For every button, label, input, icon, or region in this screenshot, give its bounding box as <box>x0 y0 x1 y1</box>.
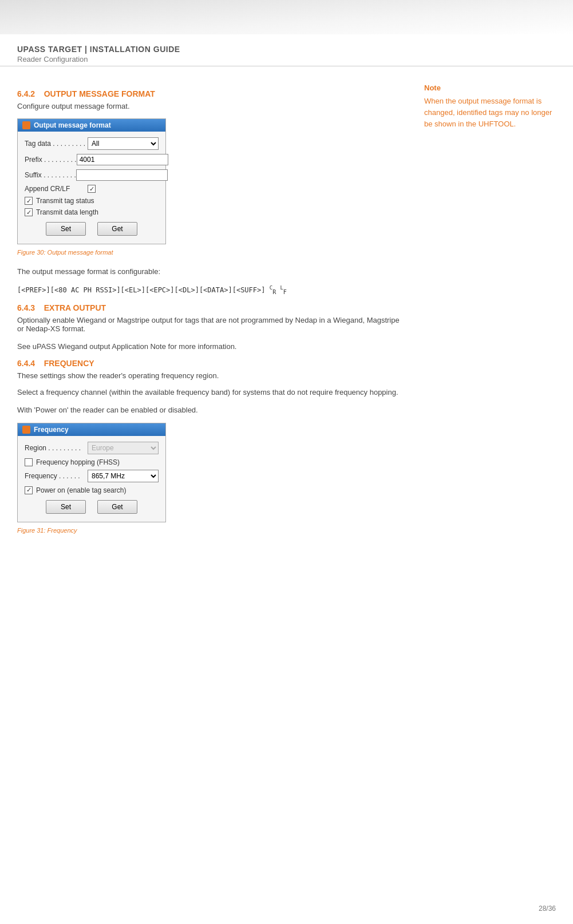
section-644-description2: Select a frequency channel (within the a… <box>17 388 401 396</box>
dialog-icon <box>22 121 30 129</box>
transmit-tag-status-checkbox[interactable] <box>25 197 33 205</box>
prefix-input[interactable] <box>77 154 168 165</box>
figure-31-caption: Figure 31: Frequency <box>17 527 401 534</box>
section-642-heading: 6.4.2 OUTPUT MESSAGE FORMAT <box>17 89 401 98</box>
tag-data-label: Tag data . . . . . . . . . <box>25 140 88 148</box>
output-format-para1-text: The output message format is configurabl… <box>17 267 160 276</box>
page-subtitle: Reader Configuration <box>17 55 556 64</box>
frequency-dialog: Frequency Region . . . . . . . . . Europ… <box>17 423 166 522</box>
freq-hopping-row: Frequency hopping (FHSS) <box>25 458 159 466</box>
output-format-para1: The output message format is configurabl… <box>17 266 401 277</box>
section-644-heading: 6.4.4 FREQUENCY <box>17 359 401 368</box>
note-text: When the output message format is change… <box>424 96 556 130</box>
frequency-set-button[interactable]: Set <box>46 500 86 514</box>
section-644-number: 6.4.4 <box>17 359 35 368</box>
sidebar-note: Note When the output message format is c… <box>424 84 556 544</box>
append-crlf-row: Append CR/LF <box>25 185 159 193</box>
output-dialog-titlebar: Output message format <box>18 119 165 132</box>
frequency-label: Frequency . . . . . . <box>25 472 88 480</box>
prefix-row: Prefix . . . . . . . . . <box>25 154 159 165</box>
output-format-code-line: [<PREF>][<80 AC PH RSSI>][<EL>][<EPC>][<… <box>17 284 401 296</box>
append-crlf-label: Append CR/LF <box>25 185 88 193</box>
page-container: UPASS TARGET | INSTALLATION GUIDE Reader… <box>0 0 573 924</box>
frequency-dialog-buttons: Set Get <box>25 500 159 516</box>
section-642-description: Configure output message format. <box>17 102 401 110</box>
section-642-title: OUTPUT MESSAGE FORMAT <box>44 89 155 98</box>
top-decorative-bar <box>0 0 573 34</box>
extra-output-para: See uPASS Wiegand output Application Not… <box>17 341 401 352</box>
freq-hopping-checkbox[interactable] <box>25 458 33 466</box>
region-select: Europe <box>88 442 159 454</box>
frequency-dialog-title: Frequency <box>34 426 69 434</box>
frequency-dialog-titlebar: Frequency <box>18 423 165 436</box>
section-642-number: 6.4.2 <box>17 89 35 98</box>
prefix-label: Prefix . . . . . . . . . <box>25 156 77 164</box>
frequency-row: Frequency . . . . . . 865,7 MHz <box>25 470 159 482</box>
region-label: Region . . . . . . . . . <box>25 444 88 452</box>
suffix-row: Suffix . . . . . . . . . <box>25 169 159 181</box>
output-message-dialog: Output message format Tag data . . . . .… <box>17 118 166 244</box>
append-crlf-checkbox[interactable] <box>88 185 96 193</box>
transmit-tag-status-row: Transmit tag status <box>25 197 159 205</box>
power-on-row: Power on (enable tag search) <box>25 486 159 494</box>
page-header: UPASS TARGET | INSTALLATION GUIDE Reader… <box>0 34 573 66</box>
frequency-dialog-icon <box>22 426 30 434</box>
content-area: 6.4.2 OUTPUT MESSAGE FORMAT Configure ou… <box>0 66 573 561</box>
frequency-get-button[interactable]: Get <box>97 500 137 514</box>
transmit-data-length-checkbox[interactable] <box>25 208 33 216</box>
note-label: Note <box>424 84 556 92</box>
page-title: UPASS TARGET | INSTALLATION GUIDE <box>17 45 556 54</box>
frequency-dialog-body: Region . . . . . . . . . Europe Frequenc… <box>18 436 165 522</box>
freq-hopping-label: Frequency hopping (FHSS) <box>36 458 120 466</box>
output-dialog-body: Tag data . . . . . . . . . All Prefix . … <box>18 132 165 244</box>
frequency-select[interactable]: 865,7 MHz <box>88 470 159 482</box>
suffix-label: Suffix . . . . . . . . . <box>25 171 76 179</box>
region-row: Region . . . . . . . . . Europe <box>25 442 159 454</box>
section-643-title: EXTRA OUTPUT <box>44 303 106 312</box>
section-644-description1: These settings show the reader's operati… <box>17 371 401 380</box>
output-set-button[interactable]: Set <box>46 222 86 236</box>
tag-data-select[interactable]: All <box>88 137 159 150</box>
output-dialog-buttons: Set Get <box>25 222 159 238</box>
format-code: [<PREF>][<80 AC PH RSSI>][<EL>][<EPC>][<… <box>17 286 287 294</box>
figure-30-caption: Figure 30: Output message format <box>17 249 401 256</box>
output-get-button[interactable]: Get <box>97 222 137 236</box>
section-643-heading: 6.4.3 EXTRA OUTPUT <box>17 303 401 312</box>
power-on-checkbox[interactable] <box>25 486 33 494</box>
output-dialog-title: Output message format <box>34 121 111 129</box>
frequency-para3: With 'Power on' the reader can be enable… <box>17 405 401 416</box>
transmit-tag-status-label: Transmit tag status <box>36 197 94 205</box>
tag-data-row: Tag data . . . . . . . . . All <box>25 137 159 150</box>
suffix-input[interactable] <box>76 169 168 181</box>
transmit-data-length-row: Transmit data length <box>25 208 159 216</box>
section-643-description: Optionally enable Wiegand or Magstripe o… <box>17 316 401 333</box>
section-644-title: FREQUENCY <box>44 359 94 368</box>
main-content: 6.4.2 OUTPUT MESSAGE FORMAT Configure ou… <box>17 84 424 544</box>
page-number: 28/36 <box>539 905 556 913</box>
section-643-number: 6.4.3 <box>17 303 35 312</box>
transmit-data-length-label: Transmit data length <box>36 208 98 216</box>
power-on-label: Power on (enable tag search) <box>36 486 126 494</box>
